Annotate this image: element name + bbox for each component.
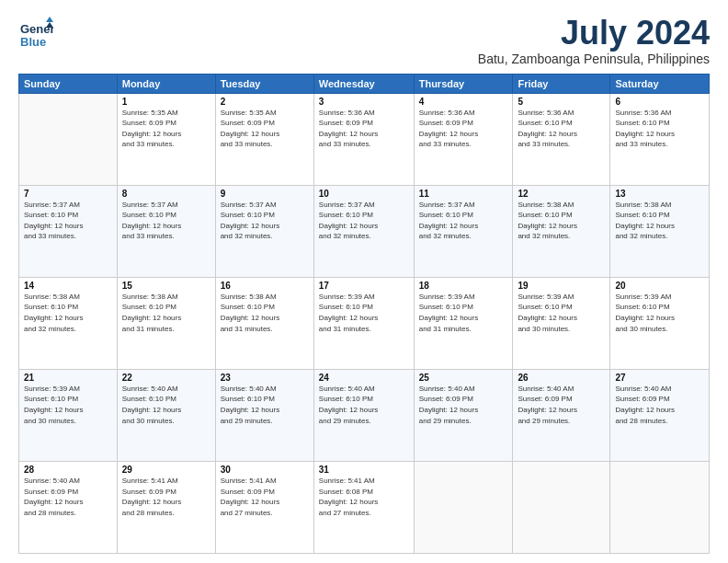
day-header-friday: Friday — [513, 74, 610, 93]
day-number: 15 — [122, 281, 210, 291]
day-info: Sunrise: 5:38 AMSunset: 6:10 PMDaylight:… — [221, 292, 309, 334]
calendar-cell: 24Sunrise: 5:40 AMSunset: 6:10 PMDayligh… — [313, 369, 414, 461]
day-number: 26 — [518, 373, 605, 383]
day-info: Sunrise: 5:40 AMSunset: 6:09 PMDaylight:… — [615, 384, 704, 426]
calendar-cell: 15Sunrise: 5:38 AMSunset: 6:10 PMDayligh… — [117, 277, 215, 369]
calendar-cell: 2Sunrise: 5:35 AMSunset: 6:09 PMDaylight… — [215, 93, 313, 185]
days-header-row: SundayMondayTuesdayWednesdayThursdayFrid… — [19, 74, 710, 93]
day-header-sunday: Sunday — [19, 74, 118, 93]
calendar-cell: 23Sunrise: 5:40 AMSunset: 6:10 PMDayligh… — [215, 369, 313, 461]
day-info: Sunrise: 5:37 AMSunset: 6:10 PMDaylight:… — [319, 200, 409, 242]
calendar-cell: 9Sunrise: 5:37 AMSunset: 6:10 PMDaylight… — [215, 185, 313, 277]
day-header-monday: Monday — [117, 74, 215, 93]
calendar-cell: 4Sunrise: 5:36 AMSunset: 6:09 PMDaylight… — [414, 93, 513, 185]
logo: General Blue — [18, 15, 53, 50]
day-info: Sunrise: 5:39 AMSunset: 6:10 PMDaylight:… — [615, 292, 704, 334]
day-number: 3 — [319, 97, 409, 107]
header: General Blue July 2024 Batu, Zamboanga P… — [18, 15, 710, 66]
day-number: 16 — [221, 281, 309, 291]
week-row-3: 14Sunrise: 5:38 AMSunset: 6:10 PMDayligh… — [19, 277, 710, 369]
day-number: 20 — [615, 281, 704, 291]
day-number: 17 — [319, 281, 409, 291]
week-row-4: 21Sunrise: 5:39 AMSunset: 6:10 PMDayligh… — [19, 369, 710, 461]
svg-text:Blue: Blue — [20, 35, 46, 49]
day-number: 29 — [122, 465, 210, 475]
title-block: July 2024 Batu, Zamboanga Peninsula, Phi… — [478, 15, 710, 66]
week-row-1: 1Sunrise: 5:35 AMSunset: 6:09 PMDaylight… — [19, 93, 710, 185]
day-number: 11 — [419, 189, 508, 199]
day-number: 8 — [122, 189, 210, 199]
day-number: 30 — [221, 465, 309, 475]
calendar-cell: 6Sunrise: 5:36 AMSunset: 6:10 PMDaylight… — [610, 93, 710, 185]
day-info: Sunrise: 5:40 AMSunset: 6:09 PMDaylight:… — [24, 476, 112, 518]
day-info: Sunrise: 5:40 AMSunset: 6:09 PMDaylight:… — [419, 384, 508, 426]
day-info: Sunrise: 5:37 AMSunset: 6:10 PMDaylight:… — [24, 200, 112, 242]
day-number: 21 — [24, 373, 112, 383]
calendar-cell: 10Sunrise: 5:37 AMSunset: 6:10 PMDayligh… — [313, 185, 414, 277]
calendar-cell — [414, 461, 513, 553]
calendar-cell: 20Sunrise: 5:39 AMSunset: 6:10 PMDayligh… — [610, 277, 710, 369]
calendar-cell: 16Sunrise: 5:38 AMSunset: 6:10 PMDayligh… — [215, 277, 313, 369]
day-info: Sunrise: 5:36 AMSunset: 6:09 PMDaylight:… — [319, 108, 409, 150]
day-info: Sunrise: 5:38 AMSunset: 6:10 PMDaylight:… — [24, 292, 112, 334]
calendar-cell: 18Sunrise: 5:39 AMSunset: 6:10 PMDayligh… — [414, 277, 513, 369]
day-header-saturday: Saturday — [610, 74, 710, 93]
day-info: Sunrise: 5:39 AMSunset: 6:10 PMDaylight:… — [24, 384, 112, 426]
day-info: Sunrise: 5:40 AMSunset: 6:10 PMDaylight:… — [122, 384, 210, 426]
day-number: 1 — [122, 97, 210, 107]
day-number: 10 — [319, 189, 409, 199]
week-row-2: 7Sunrise: 5:37 AMSunset: 6:10 PMDaylight… — [19, 185, 710, 277]
day-number: 2 — [221, 97, 309, 107]
day-info: Sunrise: 5:40 AMSunset: 6:10 PMDaylight:… — [319, 384, 409, 426]
calendar-cell — [610, 461, 710, 553]
day-number: 5 — [518, 97, 605, 107]
calendar-cell: 26Sunrise: 5:40 AMSunset: 6:09 PMDayligh… — [513, 369, 610, 461]
calendar-cell: 3Sunrise: 5:36 AMSunset: 6:09 PMDaylight… — [313, 93, 414, 185]
day-info: Sunrise: 5:36 AMSunset: 6:10 PMDaylight:… — [518, 108, 605, 150]
day-info: Sunrise: 5:38 AMSunset: 6:10 PMDaylight:… — [122, 292, 210, 334]
calendar-cell: 30Sunrise: 5:41 AMSunset: 6:09 PMDayligh… — [215, 461, 313, 553]
calendar-cell: 28Sunrise: 5:40 AMSunset: 6:09 PMDayligh… — [19, 461, 118, 553]
calendar-cell: 7Sunrise: 5:37 AMSunset: 6:10 PMDaylight… — [19, 185, 118, 277]
day-number: 12 — [518, 189, 605, 199]
day-header-wednesday: Wednesday — [313, 74, 414, 93]
calendar-cell — [513, 461, 610, 553]
day-number: 25 — [419, 373, 508, 383]
day-number: 7 — [24, 189, 112, 199]
day-info: Sunrise: 5:40 AMSunset: 6:09 PMDaylight:… — [518, 384, 605, 426]
calendar-cell — [19, 93, 118, 185]
calendar-cell: 17Sunrise: 5:39 AMSunset: 6:10 PMDayligh… — [313, 277, 414, 369]
day-number: 9 — [221, 189, 309, 199]
day-header-tuesday: Tuesday — [215, 74, 313, 93]
day-number: 18 — [419, 281, 508, 291]
day-info: Sunrise: 5:35 AMSunset: 6:09 PMDaylight:… — [221, 108, 309, 150]
day-number: 22 — [122, 373, 210, 383]
svg-marker-2 — [46, 17, 53, 22]
calendar-cell: 21Sunrise: 5:39 AMSunset: 6:10 PMDayligh… — [19, 369, 118, 461]
week-row-5: 28Sunrise: 5:40 AMSunset: 6:09 PMDayligh… — [19, 461, 710, 553]
day-number: 14 — [24, 281, 112, 291]
day-number: 23 — [221, 373, 309, 383]
calendar-table: SundayMondayTuesdayWednesdayThursdayFrid… — [18, 74, 710, 554]
day-info: Sunrise: 5:38 AMSunset: 6:10 PMDaylight:… — [615, 200, 704, 242]
day-number: 19 — [518, 281, 605, 291]
day-info: Sunrise: 5:37 AMSunset: 6:10 PMDaylight:… — [122, 200, 210, 242]
day-number: 24 — [319, 373, 409, 383]
calendar-cell: 25Sunrise: 5:40 AMSunset: 6:09 PMDayligh… — [414, 369, 513, 461]
day-info: Sunrise: 5:38 AMSunset: 6:10 PMDaylight:… — [518, 200, 605, 242]
calendar-cell: 1Sunrise: 5:35 AMSunset: 6:09 PMDaylight… — [117, 93, 215, 185]
calendar-cell: 5Sunrise: 5:36 AMSunset: 6:10 PMDaylight… — [513, 93, 610, 185]
day-number: 4 — [419, 97, 508, 107]
calendar-cell: 14Sunrise: 5:38 AMSunset: 6:10 PMDayligh… — [19, 277, 118, 369]
day-info: Sunrise: 5:40 AMSunset: 6:10 PMDaylight:… — [221, 384, 309, 426]
day-info: Sunrise: 5:36 AMSunset: 6:09 PMDaylight:… — [419, 108, 508, 150]
page: General Blue July 2024 Batu, Zamboanga P… — [0, 0, 728, 563]
calendar-cell: 31Sunrise: 5:41 AMSunset: 6:08 PMDayligh… — [313, 461, 414, 553]
calendar-cell: 27Sunrise: 5:40 AMSunset: 6:09 PMDayligh… — [610, 369, 710, 461]
day-header-thursday: Thursday — [414, 74, 513, 93]
day-info: Sunrise: 5:37 AMSunset: 6:10 PMDaylight:… — [419, 200, 508, 242]
day-info: Sunrise: 5:37 AMSunset: 6:10 PMDaylight:… — [221, 200, 309, 242]
calendar-cell: 19Sunrise: 5:39 AMSunset: 6:10 PMDayligh… — [513, 277, 610, 369]
calendar-cell: 13Sunrise: 5:38 AMSunset: 6:10 PMDayligh… — [610, 185, 710, 277]
logo-icon: General Blue — [18, 15, 53, 50]
